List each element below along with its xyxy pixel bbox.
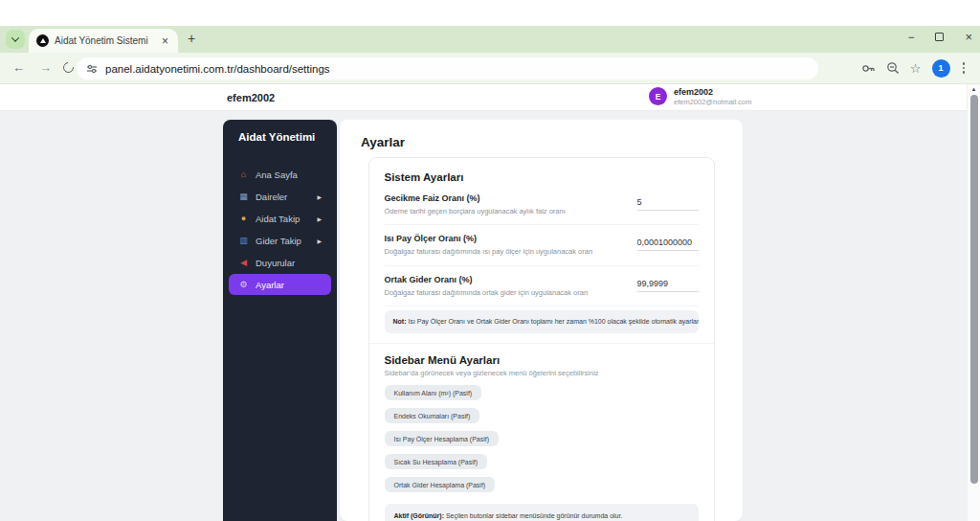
main-content: Ayarlar Sistem Ayarları Gecikme Faiz Ora… <box>340 120 743 521</box>
page-title: Ayarlar <box>361 135 743 149</box>
auto-balance-note: Not: Isı Pay Ölçer Oranı ve Ortak Gider … <box>385 310 699 333</box>
sidebar-item-label: Ayarlar <box>256 280 284 290</box>
page-scrollbar[interactable]: ▲ <box>967 84 980 521</box>
money-bag-icon: ● <box>238 215 249 223</box>
toggle-kullanim-alani-button[interactable]: Kullanım Alanı (m²) (Pasif) <box>385 385 482 400</box>
chevron-right-icon: ▶ <box>317 238 322 244</box>
note-text: Isı Pay Ölçer Oranı ve Ortak Gider Oranı… <box>407 318 699 325</box>
megaphone-icon: ◀ <box>238 259 249 267</box>
tab-favicon-icon <box>36 34 49 47</box>
section-divider <box>369 343 714 344</box>
password-key-icon[interactable] <box>861 61 876 76</box>
setting-label: Isı Pay Ölçer Oranı (%) <box>385 234 626 245</box>
setting-row-gecikme-faiz: Gecikme Faiz Oranı (%) Ödeme tarihi geçe… <box>385 185 699 225</box>
menu-settings-title: Sidebar Menü Ayarları <box>385 354 699 366</box>
sidebar-title: Aidat Yönetimi <box>223 131 337 143</box>
toggle-endeks-okumalari-button[interactable]: Endeks Okumaları (Pasif) <box>385 408 480 423</box>
menu-settings-subtitle: Sidebar'da görünecek veya gizlenecek men… <box>385 369 699 377</box>
scroll-up-icon[interactable]: ▲ <box>968 86 980 92</box>
setting-label: Ortak Gider Oranı (%) <box>385 275 626 286</box>
reload-icon[interactable] <box>61 60 76 75</box>
setting-description: Doğalgaz faturası dağıtımında ortak gide… <box>385 288 626 298</box>
browser-tab[interactable]: Aidat Yönetim Sistemi × <box>29 29 178 53</box>
sidebar-item-ana-sayfa[interactable]: ⌂ Ana Sayfa <box>229 164 331 185</box>
legend-note: Aktif (Görünür): Seçilen butonlar sideba… <box>385 504 699 521</box>
close-icon[interactable]: × <box>965 31 972 43</box>
tab-strip: Aidat Yönetim Sistemi × + − × <box>0 26 980 53</box>
url-text[interactable]: panel.aidatyonetimi.com.tr/dashboard/set… <box>105 63 330 75</box>
legend-bold: Aktif (Görünür): <box>394 512 445 519</box>
forward-icon[interactable]: → <box>39 61 52 74</box>
sidebar-item-label: Ana Sayfa <box>256 170 298 180</box>
sidebar-item-ayarlar[interactable]: ⚙ Ayarlar <box>229 274 331 295</box>
toggle-ortak-gider-button[interactable]: Ortak Gider Hesaplama (Pasif) <box>385 477 496 492</box>
system-settings-title: Sistem Ayarları <box>385 171 699 183</box>
back-icon[interactable]: ← <box>12 61 25 74</box>
tab-close-icon[interactable]: × <box>160 35 170 47</box>
sidebar-item-aidat-takip[interactable]: ● Aidat Takip ▶ <box>229 208 331 229</box>
home-icon: ⌂ <box>238 170 249 179</box>
building-icon: ▦ <box>238 193 249 201</box>
gear-icon: ⚙ <box>238 281 249 289</box>
ortak-gider-input[interactable] <box>637 279 699 292</box>
tab-title: Aidat Yönetim Sistemi <box>55 35 154 46</box>
setting-label: Gecikme Faiz Oranı (%) <box>385 193 626 205</box>
sidebar-item-gider-takip[interactable]: ▥ Gider Takip ▶ <box>229 230 331 251</box>
app-header: efem2002 E efem2002 efem2002@hotmail.com <box>0 84 967 111</box>
toggle-sicak-su-button[interactable]: Sıcak Su Hesaplama (Pasif) <box>385 454 488 469</box>
sidebar-item-label: Daireler <box>256 192 287 202</box>
bar-chart-icon: ▥ <box>238 237 249 245</box>
menu-dots-icon[interactable] <box>961 60 968 76</box>
sidebar: Aidat Yönetimi ⌂ Ana Sayfa ▦ Daireler ▶ … <box>223 120 337 521</box>
sidebar-item-label: Aidat Takip <box>256 214 300 224</box>
legend-text: Seçilen butonlar sidebar menüsünde görün… <box>444 512 622 519</box>
user-email: efem2002@hotmail.com <box>674 98 751 106</box>
user-avatar[interactable]: E <box>649 87 667 105</box>
tab-search-button[interactable] <box>6 30 25 49</box>
setting-row-isi-pay-olcer: Isı Pay Ölçer Oranı (%) Doğalgaz faturas… <box>385 225 699 265</box>
note-bold: Not: <box>393 318 407 325</box>
page-body: Aidat Yönetimi ⌂ Ana Sayfa ▦ Daireler ▶ … <box>0 111 967 521</box>
window-controls: − × <box>907 31 972 43</box>
scrollbar-thumb[interactable] <box>970 95 978 484</box>
sidebar-item-daireler[interactable]: ▦ Daireler ▶ <box>229 186 331 207</box>
minimize-icon[interactable]: − <box>907 32 914 43</box>
maximize-icon[interactable] <box>935 33 944 41</box>
sidebar-item-label: Duyurular <box>256 258 295 268</box>
gecikme-faiz-input[interactable] <box>637 197 699 211</box>
site-settings-icon[interactable] <box>86 63 98 75</box>
setting-row-ortak-gider: Ortak Gider Oranı (%) Doğalgaz faturası … <box>385 266 699 306</box>
site-name: efem2002 <box>227 92 275 103</box>
isi-pay-olcer-input[interactable] <box>637 238 699 251</box>
chevron-down-icon <box>11 34 19 41</box>
toggle-isi-pay-olcer-button[interactable]: Isı Pay Ölçer Hesaplama (Pasif) <box>385 431 500 446</box>
setting-description: Doğalgaz faturası dağıtımında ısı pay öl… <box>385 247 626 257</box>
setting-description: Ödeme tarihi geçen borçlara uygulanacak … <box>385 207 626 216</box>
browser-toolbar: ← → panel.aidatyonetimi.com.tr/dashboard… <box>0 53 980 84</box>
address-bar[interactable]: panel.aidatyonetimi.com.tr/dashboard/set… <box>77 57 818 79</box>
browser-window: Aidat Yönetim Sistemi × + − × ← → panel.… <box>0 0 980 521</box>
user-name: efem2002 <box>674 87 751 98</box>
chevron-right-icon: ▶ <box>317 193 322 200</box>
settings-card: Sistem Ayarları Gecikme Faiz Oranı (%) Ö… <box>368 157 715 521</box>
chevron-right-icon: ▶ <box>317 215 322 222</box>
bookmark-star-icon[interactable]: ☆ <box>910 62 922 75</box>
zoom-out-icon[interactable] <box>886 61 900 75</box>
new-tab-button[interactable]: + <box>188 32 195 45</box>
sidebar-item-label: Gider Takip <box>256 236 301 246</box>
sidebar-item-duyurular[interactable]: ◀ Duyurular <box>229 252 331 273</box>
user-menu[interactable]: E efem2002 efem2002@hotmail.com <box>649 87 751 106</box>
browser-profile-avatar[interactable]: 1 <box>932 59 950 78</box>
toolbar-actions: ☆ 1 <box>861 57 967 79</box>
legend-line-aktif: Aktif (Görünür): Seçilen butonlar sideba… <box>394 511 689 521</box>
